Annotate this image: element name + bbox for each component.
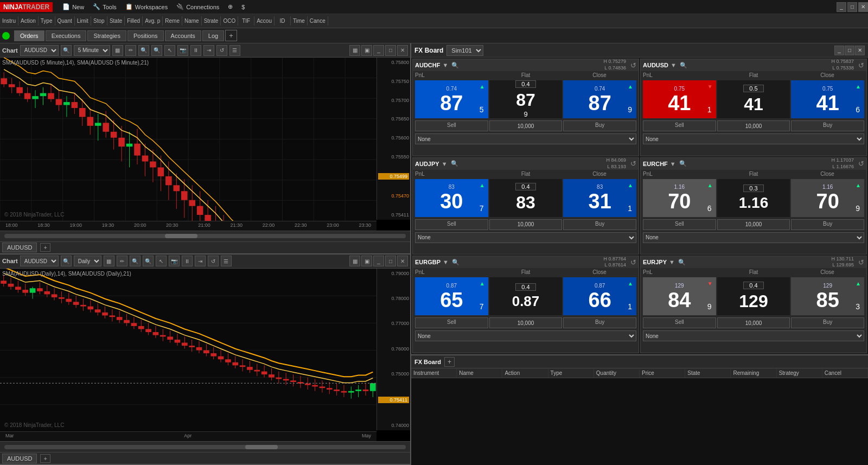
fx-audjpy-dropdown-icon[interactable]: ▼ bbox=[442, 161, 448, 167]
close-button[interactable]: ✕ bbox=[858, 2, 868, 12]
fx-eurjpy-buy-cell[interactable]: 129 85 3 ▲ bbox=[791, 277, 864, 315]
chart1-refresh-icon[interactable]: ↺ bbox=[216, 45, 227, 56]
fx-eurchf-buy-button[interactable]: Buy bbox=[791, 219, 864, 230]
chart2-close-icon[interactable]: ✕ bbox=[397, 256, 408, 266]
chart2-tab-add[interactable]: + bbox=[40, 454, 50, 463]
chart2-settings-icon[interactable]: ☰ bbox=[221, 256, 232, 266]
chart2-zoom-out-icon[interactable]: 🔍 bbox=[143, 256, 154, 266]
chart1-scrollbar-track[interactable] bbox=[4, 234, 406, 238]
fx-eurgbp-search-icon[interactable]: 🔍 bbox=[452, 259, 459, 266]
fx-audusd-qty-input[interactable] bbox=[717, 120, 790, 131]
fx-eurgbp-qty-input[interactable] bbox=[489, 317, 563, 328]
fx-audusd-order-type-select[interactable]: None bbox=[643, 133, 864, 144]
fx-eurjpy-search-icon[interactable]: 🔍 bbox=[678, 259, 686, 266]
fx-eurchf-sell-cell[interactable]: 1.16 70 6 ▲ bbox=[643, 179, 716, 217]
chart2-refresh-icon[interactable]: ↺ bbox=[208, 256, 219, 266]
chart1-min-icon[interactable]: _ bbox=[373, 45, 384, 56]
fx-eurgbp-buy-cell[interactable]: 0.87 66 1 ▲ bbox=[563, 277, 636, 315]
chart2-scrollbar-track[interactable] bbox=[4, 445, 406, 449]
fx-eurgbp-mid-input[interactable] bbox=[515, 283, 536, 291]
fx-account-select[interactable]: Sim101 bbox=[446, 45, 483, 56]
fx-audchf-buy-cell[interactable]: 0.74 87 9 ▲ bbox=[563, 80, 636, 118]
minimize-button[interactable]: _ bbox=[837, 2, 846, 12]
fx-minimize-button[interactable]: _ bbox=[834, 46, 844, 55]
chart1-cursor-icon[interactable]: ↖ bbox=[164, 45, 175, 56]
chart2-search-icon[interactable]: 🔍 bbox=[61, 256, 72, 266]
fx-eurjpy-order-type-select[interactable]: None bbox=[643, 330, 864, 341]
chart1-zoom-out-icon[interactable]: 🔍 bbox=[151, 45, 162, 56]
fx-audjpy-sell-cell[interactable]: 83 30 7 ▲ bbox=[415, 179, 488, 217]
menu-connections[interactable]: 🔌 Connections bbox=[172, 2, 224, 12]
chart2-play-icon[interactable]: ⏸ bbox=[182, 256, 193, 266]
menu-tools[interactable]: 🔧 Tools bbox=[88, 2, 121, 12]
tab-executions[interactable]: Executions bbox=[46, 30, 87, 41]
chart1-screenshot-icon[interactable]: 📷 bbox=[177, 45, 188, 56]
chart2-scrollbar-thumb[interactable] bbox=[245, 445, 278, 449]
chart2-timeframe-select[interactable]: Daily bbox=[74, 256, 101, 266]
tab-accounts[interactable]: Accounts bbox=[165, 30, 201, 41]
chart2-screenshot-icon[interactable]: 📷 bbox=[169, 256, 180, 266]
menu-globe[interactable]: ⊕ bbox=[224, 2, 237, 12]
chart1-tab-add[interactable]: + bbox=[40, 243, 50, 252]
fx-eurchf-dropdown-icon[interactable]: ▼ bbox=[670, 161, 676, 167]
fx-eurchf-qty-input[interactable] bbox=[717, 219, 790, 230]
fx-eurchf-search-icon[interactable]: 🔍 bbox=[679, 160, 687, 167]
chart1-draw-icon[interactable]: ✏ bbox=[125, 45, 136, 56]
fx-eurgbp-order-type-select[interactable]: None bbox=[415, 330, 636, 341]
chart2-layout-icon[interactable]: ▣ bbox=[361, 256, 372, 266]
chart2-tab[interactable]: AUDUSD bbox=[2, 454, 37, 463]
fx-eurjpy-sell-button[interactable]: Sell bbox=[643, 317, 716, 328]
tab-log[interactable]: Log bbox=[202, 30, 224, 41]
chart1-grid-icon[interactable]: ▦ bbox=[349, 45, 360, 56]
fx-eurjpy-dropdown-icon[interactable]: ▼ bbox=[669, 259, 675, 265]
chart1-tab[interactable]: AUDUSD bbox=[2, 243, 37, 252]
fx-close-button[interactable]: ✕ bbox=[855, 46, 865, 55]
fx-restore-button[interactable]: □ bbox=[845, 46, 854, 55]
chart1-close-icon[interactable]: ✕ bbox=[397, 45, 408, 56]
fx-eurjpy-mid-input[interactable] bbox=[743, 282, 764, 289]
fx-audusd-sell-cell[interactable]: 0.75 41 1 ▼ bbox=[643, 80, 716, 118]
menu-new[interactable]: 📄 New bbox=[58, 2, 88, 12]
fx-eurjpy-refresh-icon[interactable]: ↺ bbox=[858, 258, 864, 266]
tab-add-button[interactable]: + bbox=[225, 30, 237, 41]
fx-audusd-dropdown-icon[interactable]: ▼ bbox=[671, 62, 676, 68]
fx-audjpy-mid-input[interactable] bbox=[515, 183, 536, 190]
tab-strategies[interactable]: Strategies bbox=[87, 30, 126, 41]
fx-eurchf-mid-input[interactable] bbox=[743, 184, 764, 192]
chart2-grid-icon[interactable]: ▦ bbox=[349, 256, 360, 266]
chart1-scrollbar-thumb[interactable] bbox=[165, 234, 197, 238]
chart2-min-icon[interactable]: _ bbox=[373, 256, 384, 266]
restore-button[interactable]: □ bbox=[847, 2, 857, 12]
fx-audusd-refresh-icon[interactable]: ↺ bbox=[858, 61, 864, 69]
chart2-zoom-in-icon[interactable]: 🔍 bbox=[130, 256, 141, 266]
fx-audchf-qty-input[interactable] bbox=[489, 120, 563, 131]
chart1-max-icon[interactable]: □ bbox=[385, 45, 396, 56]
fx-eurchf-order-type-select[interactable]: None bbox=[643, 232, 864, 243]
fx-audchf-order-type-select[interactable]: None bbox=[415, 133, 636, 144]
menu-workspaces[interactable]: 📋 Workspaces bbox=[121, 2, 172, 12]
fx-audusd-search-icon[interactable]: 🔍 bbox=[680, 62, 687, 69]
menu-dollar[interactable]: $ bbox=[237, 2, 249, 12]
chart2-cursor-icon[interactable]: ↖ bbox=[156, 256, 167, 266]
chart1-play-icon[interactable]: ⏸ bbox=[190, 45, 201, 56]
fx-audchf-buy-button[interactable]: Buy bbox=[563, 120, 636, 131]
chart2-max-icon[interactable]: □ bbox=[385, 256, 396, 266]
fx-audusd-mid-input[interactable] bbox=[743, 85, 764, 92]
chart1-symbol-select[interactable]: AUDUSD bbox=[20, 45, 59, 56]
chart1-settings-icon[interactable]: ☰ bbox=[229, 45, 240, 56]
fx-eurjpy-sell-cell[interactable]: 129 84 9 ▼ bbox=[643, 277, 716, 315]
fx-eurjpy-buy-button[interactable]: Buy bbox=[791, 317, 864, 328]
fx-audjpy-buy-button[interactable]: Buy bbox=[563, 219, 636, 230]
fx-audjpy-refresh-icon[interactable]: ↺ bbox=[630, 160, 636, 168]
fx-eurchf-sell-button[interactable]: Sell bbox=[643, 219, 716, 230]
fx-audchf-mid-input[interactable] bbox=[515, 80, 536, 88]
fx-audusd-buy-button[interactable]: Buy bbox=[791, 120, 864, 131]
chart2-step-icon[interactable]: ⇥ bbox=[195, 256, 206, 266]
chart1-layout-icon[interactable]: ▣ bbox=[361, 45, 372, 56]
fx-eurgbp-refresh-icon[interactable]: ↺ bbox=[630, 258, 636, 266]
fx-audchf-refresh-icon[interactable]: ↺ bbox=[630, 61, 636, 69]
chart2-symbol-select[interactable]: AUDUSD bbox=[20, 256, 59, 266]
fx-eurgbp-buy-button[interactable]: Buy bbox=[563, 317, 636, 328]
fx-audchf-sell-button[interactable]: Sell bbox=[415, 120, 488, 131]
fx-audusd-sell-button[interactable]: Sell bbox=[643, 120, 716, 131]
